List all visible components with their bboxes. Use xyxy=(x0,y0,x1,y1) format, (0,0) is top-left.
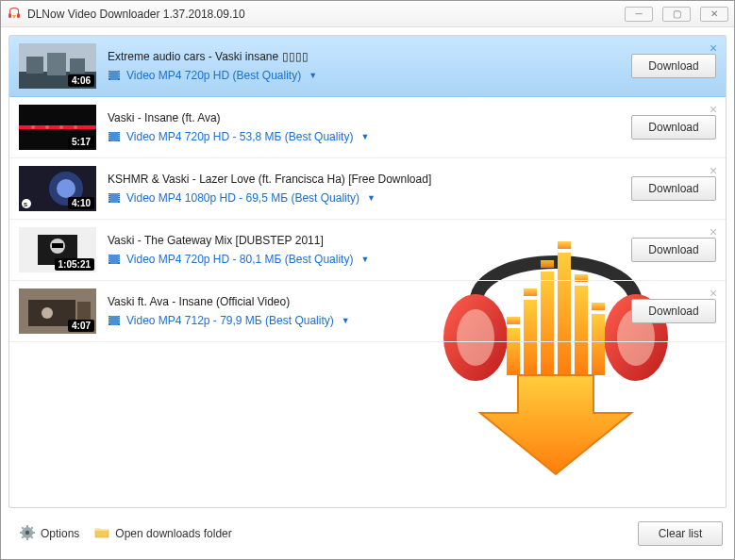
video-title: Vaski - Insane (ft. Ava) xyxy=(108,111,620,124)
svg-rect-47 xyxy=(119,133,120,134)
svg-rect-75 xyxy=(109,257,110,258)
duration-badge: 5:17 xyxy=(68,136,94,148)
app-icon xyxy=(7,7,22,22)
list-item[interactable]: × 4:06 Extreme audio cars - Vaski insane… xyxy=(9,36,726,97)
svg-rect-48 xyxy=(119,135,120,136)
film-icon xyxy=(108,314,121,327)
chevron-down-icon: ▼ xyxy=(342,316,350,325)
remove-item-button[interactable]: × xyxy=(707,41,720,55)
svg-rect-101 xyxy=(20,532,23,534)
video-title: Vaski - The Gateway Mix [DUBSTEP 2011] xyxy=(108,234,620,247)
content-area: × 4:06 Extreme audio cars - Vaski insane… xyxy=(1,27,734,559)
bottom-toolbar: Options Open downloads folder Clear list xyxy=(8,516,727,552)
chevron-down-icon: ▼ xyxy=(309,71,317,80)
svg-rect-99 xyxy=(26,525,28,528)
app-window: DLNow Video Downloader 1.37.2018.09.10 ─… xyxy=(0,0,735,560)
format-label: Video MP4 720p HD - 80,1 МБ (Best Qualit… xyxy=(126,253,353,266)
svg-rect-45 xyxy=(109,137,110,138)
format-selector[interactable]: Video MP4 712p - 79,9 МБ (Best Quality) … xyxy=(108,314,620,327)
folder-icon xyxy=(94,525,109,543)
format-selector[interactable]: Video MP4 1080p HD - 69,5 МБ (Best Quali… xyxy=(108,191,620,205)
maximize-button[interactable]: ▢ xyxy=(662,7,691,22)
svg-rect-32 xyxy=(119,75,120,76)
svg-rect-28 xyxy=(109,75,110,76)
video-thumbnail: 4:07 xyxy=(19,288,96,334)
svg-point-53 xyxy=(57,179,75,198)
open-folder-label: Open downloads folder xyxy=(115,527,231,540)
list-item[interactable]: × 4:07 Vaski ft. Ava - Insane (Official … xyxy=(9,281,726,342)
format-selector[interactable]: Video MP4 720p HD - 80,1 МБ (Best Qualit… xyxy=(108,253,620,266)
svg-rect-21 xyxy=(47,53,66,75)
svg-rect-49 xyxy=(119,137,120,138)
format-selector[interactable]: Video MP4 720p HD - 53,8 МБ (Best Qualit… xyxy=(108,130,620,143)
svg-rect-89 xyxy=(109,317,110,318)
svg-rect-64 xyxy=(119,196,120,197)
svg-rect-80 xyxy=(119,259,120,260)
svg-rect-77 xyxy=(109,261,110,262)
video-list: × 4:06 Extreme audio cars - Vaski insane… xyxy=(8,35,727,508)
download-button[interactable]: Download xyxy=(631,238,716,262)
download-button[interactable]: Download xyxy=(631,176,716,201)
svg-rect-81 xyxy=(119,261,120,262)
svg-rect-60 xyxy=(109,196,110,197)
svg-rect-0 xyxy=(8,13,11,18)
format-label: Video MP4 1080p HD - 69,5 МБ (Best Quali… xyxy=(126,191,359,205)
list-item[interactable]: × S 4:10 KSHMR & Vaski - Lazer Love (ft.… xyxy=(9,158,726,220)
svg-rect-43 xyxy=(109,133,110,134)
svg-rect-84 xyxy=(77,302,91,321)
svg-rect-50 xyxy=(119,139,120,140)
svg-rect-95 xyxy=(119,321,120,321)
format-label: Video MP4 720p HD (Best Quality) xyxy=(126,69,301,82)
svg-rect-22 xyxy=(70,58,85,74)
svg-rect-102 xyxy=(32,532,35,534)
download-button[interactable]: Download xyxy=(631,54,716,78)
list-item[interactable]: × 5:17 Vaski - Insane (ft. Ava) Video MP… xyxy=(9,97,726,158)
options-button[interactable]: Options xyxy=(12,521,87,547)
download-button[interactable]: Download xyxy=(631,299,716,323)
svg-point-85 xyxy=(42,307,53,319)
chevron-down-icon: ▼ xyxy=(367,193,376,203)
video-thumbnail: S 4:10 xyxy=(19,166,96,211)
remove-item-button[interactable]: × xyxy=(707,225,720,239)
svg-rect-79 xyxy=(119,257,120,258)
remove-item-button[interactable]: × xyxy=(707,103,720,116)
window-title: DLNow Video Downloader 1.37.2018.09.10 xyxy=(27,8,625,21)
svg-rect-63 xyxy=(119,194,120,195)
duration-badge: 1:05:21 xyxy=(55,258,94,271)
clear-list-button[interactable]: Clear list xyxy=(638,521,723,546)
remove-item-button[interactable]: × xyxy=(707,164,720,177)
chevron-down-icon: ▼ xyxy=(360,255,369,264)
svg-rect-78 xyxy=(119,255,120,256)
svg-point-36 xyxy=(31,125,35,129)
svg-rect-33 xyxy=(119,77,120,78)
duration-badge: 4:10 xyxy=(68,197,94,209)
gear-icon xyxy=(20,525,35,543)
item-body: Vaski ft. Ava - Insane (Official Video) … xyxy=(108,295,620,327)
duration-badge: 4:07 xyxy=(68,320,94,332)
format-label: Video MP4 720p HD - 53,8 МБ (Best Qualit… xyxy=(126,130,353,143)
remove-item-button[interactable]: × xyxy=(707,287,720,300)
svg-rect-100 xyxy=(26,537,28,540)
download-button[interactable]: Download xyxy=(631,115,716,140)
item-body: Vaski - Insane (ft. Ava) Video MP4 720p … xyxy=(108,111,620,143)
open-downloads-folder-button[interactable]: Open downloads folder xyxy=(87,521,239,547)
svg-rect-1 xyxy=(17,13,20,18)
close-button[interactable]: ✕ xyxy=(700,7,728,22)
minimize-button[interactable]: ─ xyxy=(625,7,653,22)
svg-rect-31 xyxy=(119,74,120,74)
svg-rect-96 xyxy=(119,322,120,323)
video-thumbnail: 4:06 xyxy=(19,43,96,89)
format-selector[interactable]: Video MP4 720p HD (Best Quality) ▼ xyxy=(108,69,620,82)
video-title: Extreme audio cars - Vaski insane ▯▯▯▯ xyxy=(108,50,620,63)
video-thumbnail: 1:05:21 xyxy=(19,227,96,272)
svg-rect-70 xyxy=(52,243,63,248)
svg-rect-92 xyxy=(109,322,110,323)
video-title: KSHMR & Vaski - Lazer Love (ft. Francisc… xyxy=(108,173,620,186)
list-item[interactable]: × 1:05:21 Vaski - The Gateway Mix [DUBST… xyxy=(9,220,726,281)
svg-rect-74 xyxy=(109,255,110,256)
svg-point-37 xyxy=(45,125,49,129)
duration-badge: 4:06 xyxy=(68,74,94,87)
svg-rect-29 xyxy=(109,77,110,78)
film-icon xyxy=(108,191,121,205)
svg-rect-61 xyxy=(109,198,110,199)
